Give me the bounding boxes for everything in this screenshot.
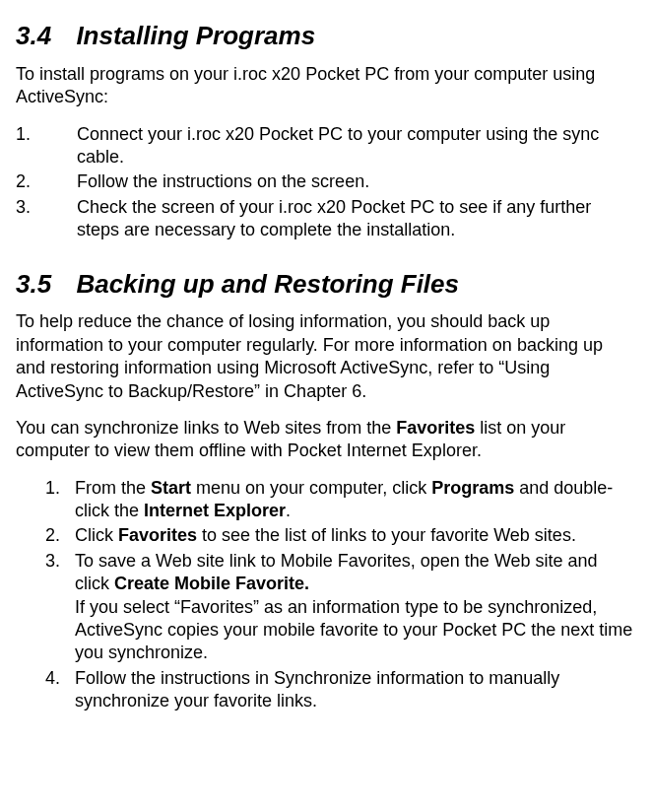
list-item: 2.Click Favorites to see the list of lin…: [45, 524, 636, 547]
step-number: 3.: [16, 196, 77, 242]
step-text: From the Start menu on your computer, cl…: [75, 477, 636, 523]
step-text: Connect your i.roc x20 Pocket PC to your…: [77, 123, 636, 169]
list-item: 1.From the Start menu on your computer, …: [45, 477, 636, 523]
section-title: Backing up and Restoring Files: [76, 269, 459, 299]
section-3-5-p1: To help reduce the chance of losing info…: [16, 310, 636, 403]
step-text: To save a Web site link to Mobile Favori…: [75, 550, 636, 665]
section-heading-3-5: 3.5 Backing up and Restoring Files: [16, 268, 636, 302]
step-text: Follow the instructions in Synchronize i…: [75, 667, 636, 713]
section-heading-3-4: 3.4 Installing Programs: [16, 20, 636, 53]
step-number: 2.: [16, 170, 77, 193]
step-number: 3.: [45, 550, 75, 665]
list-item: 3.To save a Web site link to Mobile Favo…: [45, 550, 636, 665]
section-number: 3.5: [16, 269, 51, 299]
step-number: 4.: [45, 667, 75, 713]
step-number: 1.: [16, 123, 77, 169]
list-item: 3.Check the screen of your i.roc x20 Poc…: [16, 196, 636, 242]
section-title: Installing Programs: [76, 21, 315, 50]
step-text: Check the screen of your i.roc x20 Pocke…: [77, 196, 636, 242]
section-3-5-steps: 1.From the Start menu on your computer, …: [16, 477, 636, 713]
section-number: 3.4: [16, 21, 51, 50]
list-item: 1.Connect your i.roc x20 Pocket PC to yo…: [16, 123, 636, 169]
step-text: Follow the instructions on the screen.: [77, 170, 636, 193]
step-number: 2.: [45, 524, 75, 547]
section-3-4-steps: 1.Connect your i.roc x20 Pocket PC to yo…: [16, 123, 636, 242]
step-number: 1.: [45, 477, 75, 523]
step-text: Click Favorites to see the list of links…: [75, 524, 636, 547]
list-item: 2.Follow the instructions on the screen.: [16, 170, 636, 193]
list-item: 4.Follow the instructions in Synchronize…: [45, 667, 636, 713]
section-3-5-p2: You can synchronize links to Web sites f…: [16, 417, 636, 463]
section-3-4-intro: To install programs on your i.roc x20 Po…: [16, 63, 636, 109]
